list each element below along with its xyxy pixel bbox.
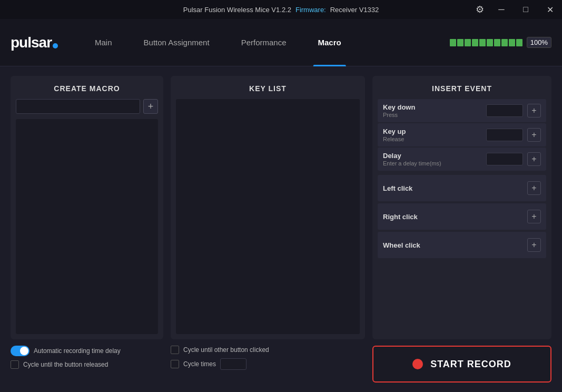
nav-items: Main Button Assignment Performance Macro — [79, 19, 450, 66]
settings-icon[interactable]: ⚙ — [470, 0, 489, 19]
key-down-add-button[interactable]: + — [527, 104, 541, 117]
event-title-key-down: Key down — [383, 103, 482, 111]
window-controls: ─ □ ✕ — [489, 0, 562, 19]
delay-add-button[interactable]: + — [527, 152, 541, 166]
key-down-input[interactable] — [486, 104, 523, 117]
battery-segment — [509, 39, 515, 46]
create-macro-header: CREATE MACRO — [11, 76, 163, 99]
cycle-other-checkbox[interactable] — [171, 346, 179, 354]
event-row-key-up[interactable]: Key up Release + — [378, 123, 546, 146]
main-content: CREATE MACRO + KEY LIST INSERT EVENT Key… — [0, 66, 562, 392]
titlebar: Pulsar Fusion Wireless Mice V1.2.2 Firmw… — [0, 0, 562, 19]
cycle-times-label: Cycle times — [183, 360, 216, 368]
delay-input[interactable] — [486, 153, 523, 165]
key-up-input[interactable] — [486, 129, 523, 141]
event-rows: Key down Press + Key up Release — [372, 99, 551, 263]
key-list-area — [176, 99, 360, 334]
logo-dot — [53, 43, 58, 48]
battery-label: 100% — [527, 37, 551, 48]
nav-item-main[interactable]: Main — [79, 19, 128, 66]
auto-recording-toggle[interactable] — [11, 346, 29, 356]
wheel-click-add-button[interactable]: + — [527, 238, 541, 252]
key-list-panel: KEY LIST — [171, 76, 365, 339]
logo: pulsar — [11, 34, 58, 51]
event-info-delay: Delay Enter a delay time(ms) — [383, 152, 482, 166]
event-sub-delay: Enter a delay time(ms) — [383, 160, 482, 166]
nav-item-button-assignment[interactable]: Button Assignment — [128, 19, 225, 66]
cycle-times-checkbox[interactable] — [171, 360, 179, 368]
left-click-add-button[interactable]: + — [527, 181, 541, 195]
logo-text: pulsar — [11, 34, 58, 51]
bottom-left: Automatic recording time delay Cycle unt… — [11, 346, 163, 383]
close-button[interactable]: ✕ — [538, 0, 562, 19]
event-label-left-click: Left click — [383, 184, 527, 192]
insert-event-panel: INSERT EVENT Key down Press + Ke — [372, 76, 551, 339]
battery-segment — [501, 39, 508, 46]
battery-segment — [472, 39, 478, 46]
record-dot-icon — [412, 359, 423, 369]
event-row-wheel-click[interactable]: Wheel click + — [378, 232, 546, 258]
event-label-wheel-click: Wheel click — [383, 241, 527, 249]
add-macro-button[interactable]: + — [143, 99, 158, 114]
cycle-released-checkbox[interactable] — [11, 360, 19, 369]
start-record-button[interactable]: START RECORD — [372, 346, 551, 383]
cycle-times-input[interactable] — [220, 358, 247, 370]
titlebar-title: Pulsar Fusion Wireless Mice V1.2.2 Firmw… — [183, 6, 379, 14]
firmware-value: Receiver V1332 — [330, 6, 379, 14]
navbar: pulsar Main Button Assignment Performanc… — [0, 19, 562, 66]
event-sub-key-up: Release — [383, 136, 482, 142]
auto-recording-row: Automatic recording time delay — [11, 346, 163, 356]
macro-input-row: + — [11, 99, 163, 119]
battery-segment — [487, 39, 493, 46]
event-title-delay: Delay — [383, 152, 482, 160]
nav-item-macro[interactable]: Macro — [302, 19, 357, 66]
firmware-label: Firmware: — [295, 6, 326, 14]
insert-event-header: INSERT EVENT — [372, 76, 551, 99]
event-title-key-up: Key up — [383, 128, 482, 135]
macro-name-input[interactable] — [16, 99, 140, 114]
battery-area: 100% — [450, 37, 551, 48]
key-up-add-button[interactable]: + — [527, 128, 541, 142]
battery-segment — [479, 39, 486, 46]
event-info-key-up: Key up Release — [383, 128, 482, 142]
panels-row: CREATE MACRO + KEY LIST INSERT EVENT Key… — [11, 76, 551, 339]
battery-segment — [494, 39, 500, 46]
event-row-key-down[interactable]: Key down Press + — [378, 99, 546, 122]
nav-item-performance[interactable]: Performance — [225, 19, 302, 66]
event-row-left-click[interactable]: Left click + — [378, 175, 546, 201]
right-click-add-button[interactable]: + — [527, 210, 541, 223]
battery-segment — [516, 39, 522, 46]
event-row-delay[interactable]: Delay Enter a delay time(ms) + — [378, 148, 546, 171]
event-label-right-click: Right click — [383, 213, 527, 221]
app-name: Pulsar Fusion Wireless Mice V1.2.2 — [183, 6, 291, 14]
bottom-right: START RECORD — [372, 346, 551, 383]
cycle-released-row: Cycle until the button released — [11, 360, 163, 369]
bottom-middle: Cycle until other button clicked Cycle t… — [171, 346, 365, 383]
battery-segment — [450, 39, 456, 46]
cycle-times-row: Cycle times — [171, 358, 365, 370]
cycle-released-label: Cycle until the button released — [23, 361, 108, 368]
event-sub-key-down: Press — [383, 112, 482, 118]
cycle-other-label: Cycle until other button clicked — [183, 346, 269, 354]
start-record-label: START RECORD — [430, 359, 511, 370]
event-info-key-down: Key down Press — [383, 103, 482, 118]
battery-segment — [457, 39, 464, 46]
battery-segment — [465, 39, 471, 46]
key-list-header: KEY LIST — [171, 76, 365, 99]
minimize-button[interactable]: ─ — [489, 0, 514, 19]
bottom-controls: Automatic recording time delay Cycle unt… — [11, 346, 551, 383]
auto-recording-label: Automatic recording time delay — [34, 347, 121, 355]
cycle-other-row: Cycle until other button clicked — [171, 346, 365, 354]
macro-list-area — [16, 119, 158, 334]
create-macro-panel: CREATE MACRO + — [11, 76, 163, 339]
battery-bar — [450, 39, 522, 46]
event-row-right-click[interactable]: Right click + — [378, 203, 546, 230]
maximize-button[interactable]: □ — [514, 0, 538, 19]
